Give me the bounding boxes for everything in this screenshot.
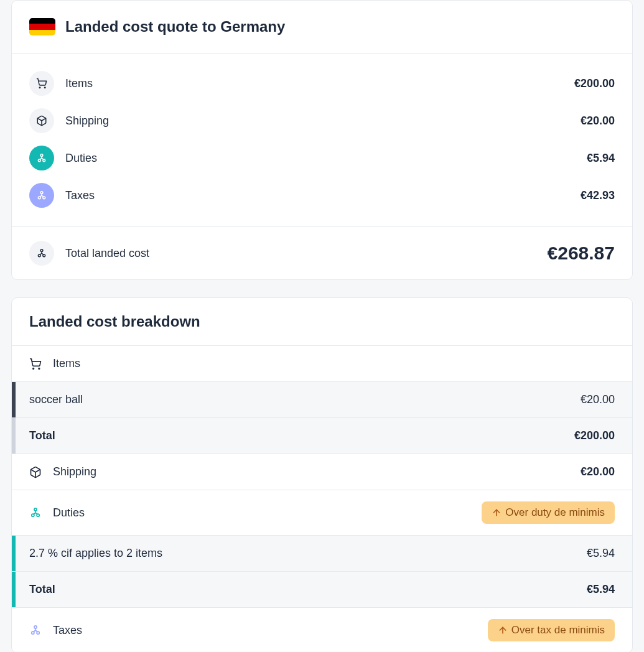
taxes-icon	[29, 183, 54, 208]
breakdown-duties-header: Duties Over duty de minimis	[12, 490, 632, 536]
breakdown-duties-total-value: €5.94	[587, 583, 615, 596]
duties-icon	[29, 506, 42, 519]
svg-point-0	[39, 87, 40, 88]
over-duty-de-minimis-badge: Over duty de minimis	[482, 501, 615, 524]
breakdown-taxes-label: Taxes	[53, 624, 477, 637]
quote-row-duties: Duties €5.94	[29, 139, 615, 177]
breakdown-duties-detail-value: €5.94	[587, 547, 615, 560]
arrow-up-icon	[492, 508, 502, 518]
germany-flag-icon	[29, 18, 55, 35]
taxes-icon	[29, 624, 42, 636]
svg-point-13	[39, 368, 40, 369]
breakdown-item-row: soccer ball €20.00	[12, 382, 632, 418]
quote-total-row: Total landed cost €268.87	[12, 226, 632, 279]
breakdown-shipping-row: Shipping €20.00	[12, 454, 632, 490]
quote-row-shipping: Shipping €20.00	[29, 102, 615, 139]
breakdown-item-name: soccer ball	[29, 393, 581, 406]
breakdown-items-total-value: €200.00	[574, 429, 615, 442]
breakdown-taxes-header: Taxes Over tax de minimis	[12, 608, 632, 652]
breakdown-title: Landed cost breakdown	[29, 313, 615, 330]
quote-items-value: €200.00	[574, 77, 615, 90]
breakdown-duties-detail-row: 2.7 % cif applies to 2 items €5.94	[12, 536, 632, 572]
duties-badge-text: Over duty de minimis	[505, 506, 605, 519]
cart-icon	[29, 71, 54, 96]
svg-point-12	[33, 368, 34, 369]
quote-header: Landed cost quote to Germany	[12, 1, 632, 53]
quote-taxes-label: Taxes	[65, 189, 581, 202]
quote-shipping-label: Shipping	[65, 114, 581, 128]
taxes-badge-text: Over tax de minimis	[511, 624, 605, 636]
svg-point-1	[45, 87, 46, 88]
quote-title: Landed cost quote to Germany	[65, 18, 285, 35]
breakdown-duties-total-row: Total €5.94	[12, 572, 632, 608]
breakdown-duties-label: Duties	[53, 506, 470, 519]
landed-cost-quote-card: Landed cost quote to Germany Items €200.…	[11, 0, 633, 280]
package-icon	[29, 466, 42, 478]
landed-cost-breakdown-card: Landed cost breakdown Items soccer ball …	[11, 297, 633, 652]
breakdown-duties-total-label: Total	[29, 583, 587, 596]
duties-icon	[29, 146, 54, 170]
cart-icon	[29, 358, 42, 370]
quote-total-label: Total landed cost	[65, 247, 548, 260]
breakdown-items-header: Items	[12, 346, 632, 382]
quote-items-label: Items	[65, 77, 574, 90]
breakdown-shipping-value: €20.00	[581, 465, 615, 478]
quote-duties-label: Duties	[65, 152, 587, 165]
quote-shipping-value: €20.00	[581, 114, 615, 128]
quote-line-items: Items €200.00 Shipping €20.00 Duties €5.…	[12, 53, 632, 226]
breakdown-header: Landed cost breakdown	[12, 298, 632, 346]
over-tax-de-minimis-badge: Over tax de minimis	[488, 619, 615, 641]
arrow-up-icon	[498, 625, 508, 635]
breakdown-item-value: €20.00	[581, 393, 615, 406]
quote-duties-value: €5.94	[587, 152, 615, 165]
breakdown-items-label: Items	[53, 357, 615, 370]
total-icon	[29, 241, 54, 266]
breakdown-shipping-label: Shipping	[53, 465, 569, 478]
breakdown-duties-detail-label: 2.7 % cif applies to 2 items	[29, 547, 587, 560]
quote-row-items: Items €200.00	[29, 65, 615, 102]
quote-row-taxes: Taxes €42.93	[29, 177, 615, 214]
breakdown-items-total-label: Total	[29, 429, 574, 442]
quote-taxes-value: €42.93	[581, 189, 615, 202]
quote-total-value: €268.87	[548, 243, 615, 264]
breakdown-items-total-row: Total €200.00	[12, 418, 632, 454]
package-icon	[29, 108, 54, 133]
